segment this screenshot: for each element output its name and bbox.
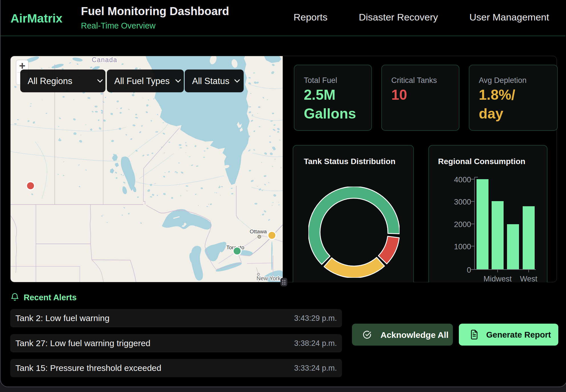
svg-text:West: West	[520, 275, 538, 282]
svg-text:Ottawa: Ottawa	[250, 228, 267, 234]
svg-text:1000: 1000	[454, 242, 471, 251]
svg-text:0: 0	[467, 266, 471, 274]
svg-text:3000: 3000	[454, 198, 471, 206]
svg-text:2000: 2000	[454, 220, 471, 229]
svg-text:4000: 4000	[454, 175, 471, 184]
svg-text:New York: New York	[256, 275, 281, 281]
svg-text:Canada: Canada	[92, 56, 117, 64]
svg-text:Midwest: Midwest	[483, 275, 512, 282]
